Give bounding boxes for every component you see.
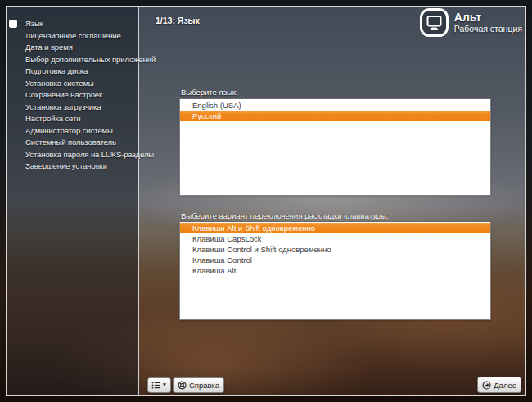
alt-monitor-icon [419, 7, 449, 38]
keyboard-switch-option[interactable]: Клавиши Control и Shift одновременно [180, 244, 490, 255]
page-title: 1/13: Язык [156, 16, 200, 25]
sidebar-step-label: Лицензионное соглашение [25, 31, 121, 40]
current-step-checkbox-icon [9, 20, 17, 28]
circle-arrow-right-icon [482, 381, 491, 390]
sidebar-step-label: Установка системы [25, 79, 94, 88]
sidebar-step: Установка пароля на LUKS-разделы [7, 149, 138, 161]
sidebar-step-label: Дата и время [25, 43, 73, 52]
installer-window: ЯзыкЛицензионное соглашениеДата и времяВ… [6, 6, 526, 396]
sidebar-step: Завершение установки [7, 160, 138, 173]
language-section-label: Выберите язык: [181, 88, 238, 97]
language-option-selected[interactable]: Русский [180, 111, 490, 121]
sidebar-step-label: Установка загрузчика [25, 102, 101, 111]
lifebuoy-icon [178, 381, 187, 390]
sidebar-step: Настройка сети [7, 113, 138, 125]
keyboard-switch-option[interactable]: Клавиша Control [180, 255, 490, 265]
menu-button[interactable]: ▼ [147, 377, 171, 393]
sidebar-step-label: Сохранение настроек [25, 90, 102, 99]
next-button-label: Далее [494, 381, 516, 390]
sidebar-step-label: Завершение установки [25, 161, 107, 170]
sidebar-step-label: Настройка сети [25, 114, 80, 123]
sidebar-step-label: Установка пароля на LUKS-разделы [25, 150, 154, 159]
keyboard-switch-option-selected[interactable]: Клавиши Alt и Shift одновременно [180, 223, 490, 233]
brand-text: Альт Рабочая станция [454, 11, 522, 34]
next-button[interactable]: Далее [477, 377, 521, 393]
sidebar-step: Системный пользователь [7, 137, 138, 149]
sidebar-step: Выбор дополнительных приложений [7, 54, 138, 66]
brand-name: Альт [454, 11, 522, 24]
sidebar-step: Сохранение настроек [7, 89, 138, 102]
sidebar-step: Администратор системы [7, 125, 138, 138]
sidebar-step: Установка системы [7, 78, 138, 90]
brand-subtitle: Рабочая станция [454, 24, 522, 34]
sidebar-step-label: Язык [25, 19, 43, 28]
keyboard-switch-option[interactable]: Клавиша Alt [180, 265, 490, 276]
sidebar-step-label: Выбор дополнительных приложений [25, 55, 156, 64]
sidebar-step-label: Администратор системы [25, 126, 113, 135]
steps-sidebar: ЯзыкЛицензионное соглашениеДата и времяВ… [7, 7, 139, 395]
keyboard-switch-listbox: Клавиши Alt и Shift одновременноКлавиша … [179, 221, 491, 320]
language-listbox: English (USA)Русский [179, 98, 491, 196]
sidebar-step: Установка загрузчика [7, 102, 138, 114]
keyboard-switch-option[interactable]: Клавиша CapsLock [180, 233, 490, 244]
list-menu-icon [151, 381, 160, 390]
brand: Альт Рабочая станция [419, 7, 522, 38]
sidebar-step: Подготовка диска [7, 65, 138, 78]
sidebar-step: Дата и время [7, 42, 138, 54]
help-button[interactable]: Справка [173, 377, 224, 393]
chevron-down-icon: ▼ [162, 382, 167, 388]
keyboard-section-label: Выберите вариант переключения раскладки … [181, 211, 389, 220]
sidebar-step-label: Подготовка диска [25, 66, 88, 75]
help-button-label: Справка [189, 381, 219, 390]
screen: { "header": { "step_title": "1/13: Язык"… [0, 0, 532, 402]
language-option[interactable]: English (USA) [180, 100, 490, 111]
sidebar-step-current: Язык [7, 18, 138, 30]
sidebar-step-label: Системный пользователь [25, 138, 116, 147]
sidebar-step: Лицензионное соглашение [7, 30, 138, 43]
